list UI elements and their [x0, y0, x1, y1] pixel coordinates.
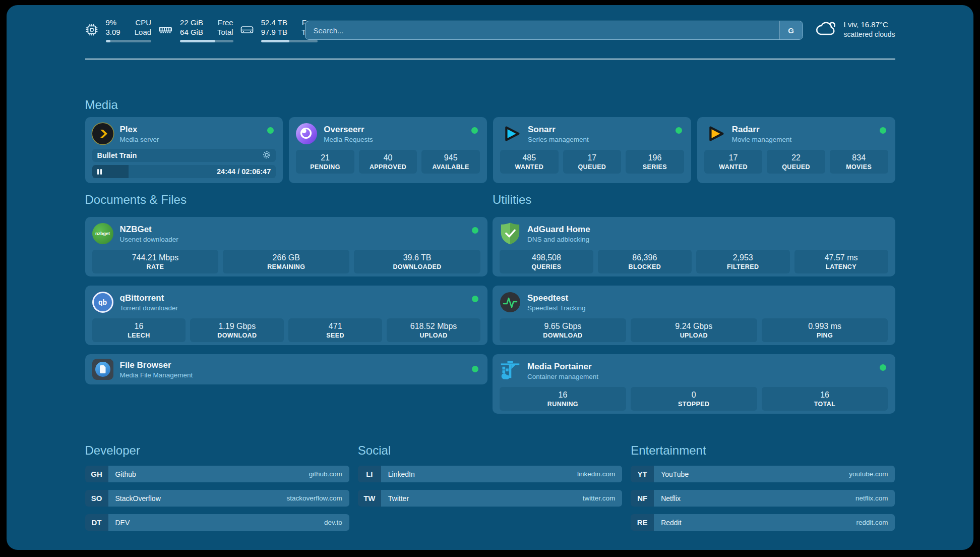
cpu-load-label: Load	[135, 27, 151, 37]
stat-value: 945	[444, 153, 458, 162]
section-heading-social: Social	[358, 443, 622, 458]
section-heading-documents: Documents & Files	[85, 193, 488, 207]
stat-movies: 834 MOVIES	[830, 150, 888, 174]
stat-label: STOPPED	[678, 401, 709, 408]
memory-total-value: 64 GiB	[180, 27, 203, 37]
search-input[interactable]	[305, 21, 803, 40]
status-dot	[880, 364, 886, 371]
stat-download: 9.65 Gbps DOWNLOAD	[500, 318, 626, 342]
stat-queued: 17 QUEUED	[563, 150, 622, 174]
section-heading-utilities: Utilities	[493, 193, 895, 207]
stat-seed: 471 SEED	[288, 318, 382, 342]
stat-value: 9.65 Gbps	[544, 322, 582, 331]
bookmark-abbr: DT	[85, 514, 108, 531]
stat-value: 22	[791, 153, 801, 162]
app-subtitle: DNS and adblocking	[527, 235, 590, 244]
bookmark-netflix[interactable]: NF Netflix netflix.com	[631, 490, 895, 507]
bookmark-abbr: YT	[631, 466, 654, 482]
stat-value: 266 GB	[273, 253, 300, 262]
section-heading-entertainment: Entertainment	[631, 443, 895, 458]
memory-free-value: 22 GiB	[180, 18, 203, 27]
dashboard-page: 9% CPU 3.09 Load	[7, 5, 973, 550]
app-subtitle: Usenet downloader	[120, 235, 178, 244]
stat-value: 16	[820, 391, 829, 400]
storage-total-value: 97.9 TB	[261, 27, 287, 37]
stat-value: 485	[522, 153, 536, 162]
stat-value: 17	[729, 153, 738, 162]
bookmark-url: stackoverflow.com	[287, 494, 342, 502]
bookmark-youtube[interactable]: YT YouTube youtube.com	[631, 466, 895, 482]
weather-widget[interactable]: Lviv, 16.87°C scattered clouds	[815, 19, 895, 39]
status-dot	[880, 127, 886, 134]
stat-value: 40	[384, 153, 393, 162]
memory-total-label: Total	[217, 27, 233, 37]
stat-label: FILTERED	[727, 263, 759, 270]
bookmark-linkedin[interactable]: LI LinkedIn linkedin.com	[358, 466, 622, 482]
cpu-stat-group: 9% CPU 3.09 Load	[85, 16, 152, 43]
storage-progress-fill	[261, 40, 289, 42]
search-provider-button[interactable]: G	[779, 21, 803, 39]
pause-icon[interactable]	[97, 169, 102, 175]
app-card-overseerr[interactable]: Overseerr Media Requests 21 PENDING 40 A…	[289, 117, 487, 183]
bookmark-abbr: GH	[85, 466, 108, 482]
stat-label: UPLOAD	[419, 332, 447, 339]
stat-download: 1.19 Gbps DOWNLOAD	[190, 318, 284, 342]
section-heading-media: Media	[85, 98, 895, 112]
cpu-chip-icon	[85, 23, 98, 36]
media-cards-row: Plex Media server Bullet Train 24:44	[85, 117, 895, 183]
stat-available: 945 AVAILABLE	[421, 150, 480, 174]
app-subtitle: Media server	[120, 135, 159, 144]
cpu-progress-fill	[106, 40, 110, 42]
app-title: Sonarr	[528, 124, 589, 135]
stat-blocked: 86,396 BLOCKED	[598, 250, 692, 273]
stat-value: 618.52 Mbps	[410, 322, 457, 331]
stat-label: SEED	[326, 332, 344, 339]
stat-leech: 16 LEECH	[92, 318, 186, 342]
bookmark-abbr: SO	[85, 490, 108, 507]
app-title: File Browser	[120, 360, 193, 371]
app-card-radarr[interactable]: Radarr Movie management 17 WANTED 22 QUE…	[697, 117, 895, 183]
stat-wanted: 485 WANTED	[500, 150, 559, 174]
bookmark-github[interactable]: GH Github github.com	[85, 466, 349, 482]
utilities-column: Utilities	[493, 183, 895, 414]
gear-icon[interactable]	[263, 151, 271, 160]
bookmark-reddit[interactable]: RE Reddit reddit.com	[631, 514, 895, 531]
plex-player-row: 24:44 / 02:06:47	[92, 165, 276, 178]
stat-label: REMAINING	[267, 263, 305, 270]
stat-value: 86,396	[632, 253, 657, 262]
app-card-sonarr[interactable]: Sonarr Series management 485 WANTED 17 Q…	[493, 117, 691, 183]
app-card-speedtest[interactable]: Speedtest Speedtest Tracking 9.65 Gbps D…	[493, 286, 895, 345]
app-card-adguard[interactable]: AdGuard Home DNS and adblocking 498,508 …	[493, 217, 895, 276]
section-heading-developer: Developer	[85, 443, 349, 458]
status-dot	[472, 366, 478, 372]
stat-label: UPLOAD	[680, 332, 708, 339]
stat-value: 0	[692, 391, 696, 400]
stat-value: 16	[135, 322, 144, 331]
bookmark-stackoverflow[interactable]: SO StackOverflow stackoverflow.com	[85, 490, 349, 507]
app-title: Plex	[120, 124, 159, 135]
stat-running: 16 RUNNING	[500, 387, 626, 411]
stat-label: DOWNLOAD	[217, 332, 257, 339]
app-card-portainer[interactable]: Media Portainer Container management 16 …	[493, 354, 895, 414]
documents-column: Documents & Files nzbget NZBGet Usenet d…	[85, 183, 488, 414]
bookmark-abbr: TW	[358, 490, 381, 507]
stat-upload: 9.24 Gbps UPLOAD	[631, 318, 757, 342]
stat-label: SERIES	[643, 163, 667, 171]
stat-value: 196	[648, 153, 662, 162]
app-card-plex[interactable]: Plex Media server Bullet Train 24:44	[85, 117, 283, 183]
adguard-shield-icon	[500, 223, 521, 244]
app-card-nzbget[interactable]: nzbget NZBGet Usenet downloader 744.21 M…	[85, 217, 488, 276]
stat-label: QUEUED	[782, 163, 810, 171]
stat-label: LEECH	[128, 332, 150, 339]
stat-value: 21	[321, 153, 330, 162]
bookmark-twitter[interactable]: TW Twitter twitter.com	[358, 490, 622, 507]
bookmark-dev[interactable]: DT DEV dev.to	[85, 514, 349, 531]
memory-progress-bar	[180, 40, 233, 42]
cpu-load-value: 3.09	[106, 27, 120, 37]
status-dot	[471, 127, 478, 134]
app-card-filebrowser[interactable]: File Browser Media File Management	[85, 354, 488, 384]
cloud-icon	[815, 19, 837, 39]
stat-wanted: 17 WANTED	[704, 150, 763, 174]
stat-approved: 40 APPROVED	[359, 150, 417, 174]
app-card-qbittorrent[interactable]: qb qBittorrent Torrent downloader 16 LEE…	[85, 286, 488, 345]
